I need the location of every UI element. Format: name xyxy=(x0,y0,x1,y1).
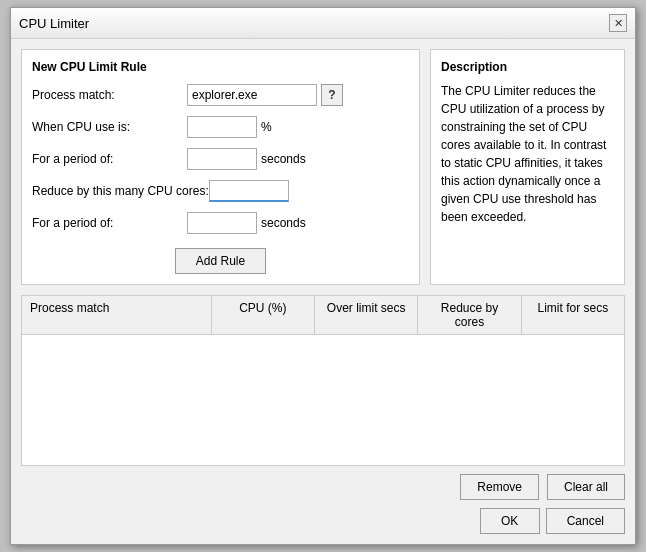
cpu-use-input[interactable] xyxy=(187,116,257,138)
help-button[interactable]: ? xyxy=(321,84,343,106)
process-match-input[interactable] xyxy=(187,84,317,106)
table-body xyxy=(22,335,624,465)
period2-input-group: seconds xyxy=(187,212,306,234)
bottom-buttons: Remove Clear all xyxy=(21,474,625,500)
ok-button[interactable]: OK xyxy=(480,508,540,534)
period2-row: For a period of: seconds xyxy=(32,212,409,234)
cpu-use-input-group: % xyxy=(187,116,272,138)
cpu-use-row: When CPU use is: % xyxy=(32,116,409,138)
col-header-overlimit: Over limit secs xyxy=(315,296,418,334)
table-header: Process match CPU (%) Over limit secs Re… xyxy=(22,296,624,335)
period1-label: For a period of: xyxy=(32,152,187,166)
cancel-button[interactable]: Cancel xyxy=(546,508,625,534)
reduce-input-group xyxy=(209,180,289,202)
title-bar: CPU Limiter ✕ xyxy=(11,8,635,39)
col-header-cpu: CPU (%) xyxy=(212,296,315,334)
main-window: CPU Limiter ✕ New CPU Limit Rule Process… xyxy=(10,7,636,545)
col-header-limitsecs: Limit for secs xyxy=(522,296,624,334)
remove-button[interactable]: Remove xyxy=(460,474,539,500)
process-match-label: Process match: xyxy=(32,88,187,102)
form-panel: New CPU Limit Rule Process match: ? When… xyxy=(21,49,420,285)
title-bar-controls: ✕ xyxy=(609,14,627,32)
description-title: Description xyxy=(441,60,614,74)
period1-row: For a period of: seconds xyxy=(32,148,409,170)
period1-input[interactable] xyxy=(187,148,257,170)
top-section: New CPU Limit Rule Process match: ? When… xyxy=(21,49,625,285)
ok-cancel-row: OK Cancel xyxy=(21,506,625,534)
period2-unit: seconds xyxy=(261,216,306,230)
col-header-process: Process match xyxy=(22,296,212,334)
description-panel: Description The CPU Limiter reduces the … xyxy=(430,49,625,285)
period1-input-group: seconds xyxy=(187,148,306,170)
period2-input[interactable] xyxy=(187,212,257,234)
close-button[interactable]: ✕ xyxy=(609,14,627,32)
add-rule-button[interactable]: Add Rule xyxy=(175,248,266,274)
clear-all-button[interactable]: Clear all xyxy=(547,474,625,500)
description-text: The CPU Limiter reduces the CPU utilizat… xyxy=(441,82,614,226)
process-match-row: Process match: ? xyxy=(32,84,409,106)
reduce-label: Reduce by this many CPU cores: xyxy=(32,184,209,198)
cpu-use-label: When CPU use is: xyxy=(32,120,187,134)
reduce-row: Reduce by this many CPU cores: xyxy=(32,180,409,202)
process-match-input-group: ? xyxy=(187,84,343,106)
cpu-unit: % xyxy=(261,120,272,134)
period1-unit: seconds xyxy=(261,152,306,166)
action-buttons: Remove Clear all xyxy=(460,474,625,500)
reduce-cores-input[interactable] xyxy=(209,180,289,202)
window-body: New CPU Limit Rule Process match: ? When… xyxy=(11,39,635,544)
form-panel-title: New CPU Limit Rule xyxy=(32,60,409,74)
rules-table: Process match CPU (%) Over limit secs Re… xyxy=(21,295,625,466)
window-title: CPU Limiter xyxy=(19,16,89,31)
add-rule-row: Add Rule xyxy=(32,248,409,274)
period2-label: For a period of: xyxy=(32,216,187,230)
col-header-reduce: Reduce by cores xyxy=(418,296,521,334)
